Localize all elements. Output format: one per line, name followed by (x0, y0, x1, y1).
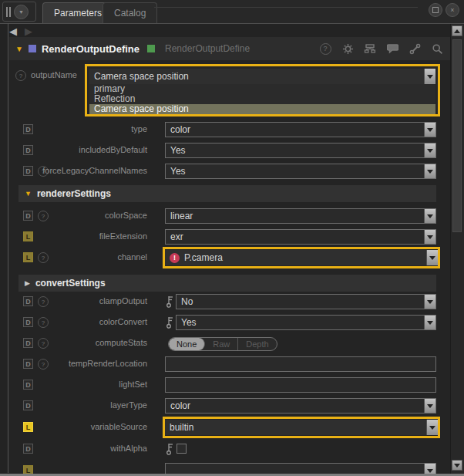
collapse-node-icon[interactable]: ▼ (15, 45, 23, 53)
dropdown-arrow-icon[interactable] (424, 316, 435, 329)
parameter-list: ? outputName Camera space position prima… (9, 60, 451, 476)
param-row-withalpha: D withAlpha (9, 441, 451, 457)
param-row-includedbydefault: D includedByDefault Yes (9, 143, 451, 158)
menu-option-selected[interactable]: Camera space position (89, 104, 435, 114)
variablesource-value: builtin (165, 422, 193, 433)
gear-icon[interactable] (341, 42, 354, 55)
param-label: colorConvert (99, 317, 147, 326)
colorspace-dropdown[interactable]: linear (165, 208, 436, 224)
layertype-dropdown[interactable]: color (165, 398, 436, 414)
computestats-segmented-control: None Raw Depth (168, 337, 277, 351)
popout-icon (432, 7, 439, 13)
dropdown-arrow-icon[interactable] (424, 143, 435, 157)
local-state-badge[interactable]: L (23, 252, 33, 262)
forward-button[interactable]: ▶ (25, 25, 32, 37)
group-collapsed-icon[interactable]: ▶ (25, 279, 30, 287)
dropdown-arrow-icon[interactable] (426, 420, 438, 435)
forcelegacychannelnames-value: Yes (166, 166, 186, 177)
withalpha-checkbox[interactable] (177, 444, 187, 454)
outputname-value: Camera space position (89, 71, 189, 82)
dropdown-arrow-icon[interactable] (424, 69, 435, 84)
param-row-computestats: D ? computeStats None Raw Depth (9, 336, 451, 351)
default-state-badge[interactable]: D (23, 145, 33, 155)
outputname-option-menu: primary Reflection Camera space position (89, 84, 435, 114)
default-state-badge[interactable]: D (23, 317, 33, 327)
param-label: outputName (31, 70, 77, 79)
param-label: channel (117, 252, 147, 262)
outputname-dropdown[interactable]: Camera space position (89, 69, 435, 84)
dropdown-arrow-icon[interactable] (424, 230, 435, 244)
back-button[interactable]: ◀ (9, 25, 17, 37)
includedbydefault-dropdown[interactable]: Yes (165, 143, 436, 158)
help-icon: ? (38, 252, 49, 263)
fileextension-dropdown[interactable]: exr (165, 229, 436, 245)
default-state-badge[interactable]: D (23, 444, 33, 454)
channel-dropdown[interactable]: ! P.camera (165, 250, 438, 265)
temprenderlocation-input[interactable] (165, 356, 436, 372)
param-label: fileExtension (99, 231, 147, 241)
param-row-colorconvert: D ? colorConvert Yes (9, 315, 451, 330)
tab-catalog[interactable]: Catalog (103, 2, 157, 23)
colorconvert-dropdown[interactable]: Yes (176, 315, 436, 330)
local-state-badge[interactable]: L (23, 422, 33, 432)
dropdown-arrow-icon[interactable] (424, 399, 435, 413)
param-label: computeStats (96, 338, 147, 347)
conditional-state-pin-icon[interactable] (166, 442, 174, 456)
segment-none[interactable]: None (169, 338, 205, 350)
default-state-badge[interactable]: D (23, 166, 33, 176)
fileextension-value: exr (166, 231, 183, 242)
param-label: clampOutput (99, 296, 147, 306)
menu-option[interactable]: primary (89, 84, 435, 94)
default-state-badge[interactable]: D (23, 380, 33, 390)
node-graph-icon[interactable] (364, 42, 376, 55)
pane-menu-button[interactable]: ▼ (14, 5, 29, 19)
drag-handle-icon[interactable] (6, 7, 11, 17)
dropdown-arrow-icon[interactable] (424, 123, 435, 137)
close-pane-button[interactable]: × (446, 3, 459, 17)
dropdown-arrow-icon[interactable] (424, 209, 435, 223)
search-icon[interactable] (431, 42, 443, 55)
variablesource-dropdown[interactable]: builtin (165, 420, 438, 435)
scroll-down-button[interactable] (452, 460, 462, 471)
local-state-badge[interactable]: L (23, 231, 33, 241)
dropdown-arrow-icon[interactable] (426, 250, 438, 265)
comment-icon[interactable] (386, 42, 398, 55)
segment-raw[interactable]: Raw (205, 338, 238, 350)
type-dropdown[interactable]: color (165, 122, 436, 137)
channel-highlight-box: ! P.camera (163, 247, 440, 268)
param-row-temprenderlocation: D ? tempRenderLocation (9, 356, 451, 372)
default-state-badge[interactable]: D (23, 338, 33, 348)
node-type-label: RenderOutputDefine (165, 43, 250, 54)
scroll-up-button[interactable] (452, 25, 462, 36)
channel-value: P.camera (180, 252, 223, 263)
conditional-state-pin-icon[interactable] (166, 295, 174, 309)
node-header: ▼ RenderOutputDefine RenderOutputDefine … (9, 37, 451, 60)
help-icon[interactable]: ? (319, 42, 331, 55)
default-state-badge[interactable]: D (23, 296, 33, 306)
default-state-badge[interactable]: D (23, 124, 33, 134)
scrollbar-thumb[interactable] (452, 39, 462, 232)
default-state-badge[interactable]: D (23, 359, 33, 369)
default-state-badge[interactable]: D (23, 400, 33, 410)
group-label: rendererSettings (37, 188, 111, 199)
history-nav: ◀ ▶ (9, 24, 32, 38)
pane-left-border (8, 23, 8, 473)
param-row-lightset: D lightSet (9, 377, 451, 393)
group-convertsettings[interactable]: ▶ convertSettings (18, 275, 436, 292)
pane-handle[interactable]: ▼ (2, 2, 36, 22)
vertical-scrollbar[interactable] (450, 24, 464, 476)
param-label: lightSet (119, 380, 147, 389)
clampoutput-dropdown[interactable]: No (176, 294, 436, 309)
popout-pane-button[interactable] (429, 3, 442, 17)
param-row-forcelegacychannelnames: D ? forceLegacyChannelNames Yes (9, 164, 451, 179)
lightset-input[interactable] (165, 377, 436, 393)
forcelegacychannelnames-dropdown[interactable]: Yes (165, 164, 436, 179)
dropdown-arrow-icon[interactable] (424, 295, 435, 309)
group-renderersettings[interactable]: ▼ rendererSettings (18, 185, 436, 202)
segment-depth[interactable]: Depth (238, 338, 276, 350)
wrench-icon[interactable] (409, 42, 421, 55)
conditional-state-pin-icon[interactable] (166, 316, 174, 329)
dropdown-arrow-icon[interactable] (424, 164, 435, 178)
group-expanded-icon[interactable]: ▼ (25, 190, 32, 197)
default-state-badge[interactable]: D (23, 211, 33, 221)
